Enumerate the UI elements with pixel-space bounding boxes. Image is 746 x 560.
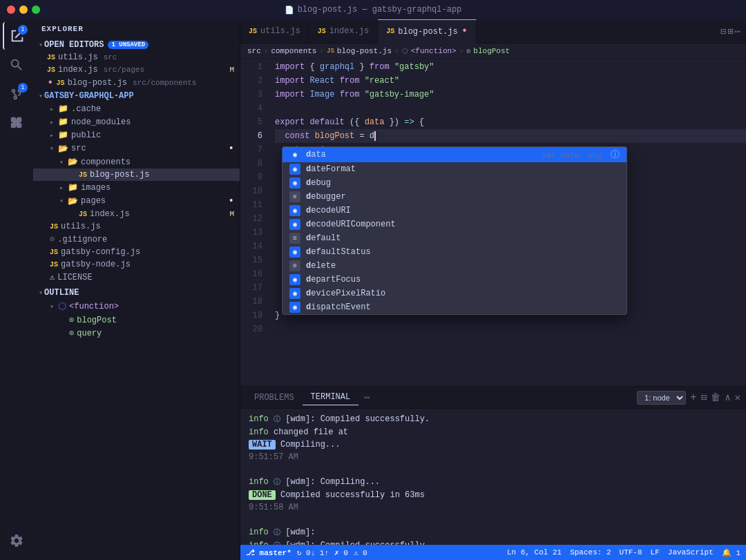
js-icon: JS xyxy=(50,261,58,269)
file-license[interactable]: ⚠ LICENSE xyxy=(33,271,240,284)
errors-status[interactable]: ✗ 0 xyxy=(334,548,348,557)
maximize-button[interactable] xyxy=(32,6,40,14)
open-editor-blog-post[interactable]: • JS blog-post.js src/components xyxy=(33,76,240,90)
chevron-down-icon: ▾ xyxy=(39,289,43,297)
outline-blogpost[interactable]: ⊙ blogPost xyxy=(33,313,240,327)
folder-icon: 📂 xyxy=(68,196,78,206)
ac-item-data[interactable]: ◉ data var data: any ⓘ xyxy=(283,147,627,162)
folder-icon: 📂 xyxy=(68,157,78,167)
chevron-right-icon: ▸ xyxy=(50,131,54,139)
ac-fn-icon: ◉ xyxy=(289,177,300,189)
folder-src[interactable]: ▾ 📂 src • xyxy=(33,142,240,155)
ac-fn-icon: ◉ xyxy=(289,164,300,175)
source-control-activity-icon[interactable]: 1 xyxy=(3,80,30,108)
language[interactable]: JavaScript xyxy=(668,548,714,557)
outline-section[interactable]: ▾ OUTLINE xyxy=(33,287,240,299)
ac-item-decodeuri[interactable]: ◉ decodeURI xyxy=(283,204,627,218)
collapse-icon[interactable]: ∧ xyxy=(725,392,730,403)
folder-components[interactable]: ▾ 📂 components xyxy=(33,155,240,168)
add-terminal-icon[interactable]: + xyxy=(690,392,697,404)
folder-node-modules[interactable]: ▸ 📁 node_modules xyxy=(33,115,240,128)
tab-utils-js[interactable]: JS utils.js xyxy=(240,19,309,44)
ac-item-departfocus[interactable]: ◉ departFocus xyxy=(283,273,627,287)
terminal-tab[interactable]: TERMINAL xyxy=(303,389,359,405)
chevron-down-icon: ▾ xyxy=(39,41,43,49)
terminal-line-2: info changed file at xyxy=(249,426,738,438)
open-editor-utils[interactable]: JS utils.js src xyxy=(33,51,240,64)
explorer-activity-icon[interactable]: 1 xyxy=(3,22,30,50)
split-editor-icon[interactable]: ⊟ xyxy=(720,26,726,37)
bc-file[interactable]: blog-post.js xyxy=(337,47,392,55)
js-file-icon: JS xyxy=(249,28,257,35)
problems-tab[interactable]: PROBLEMS xyxy=(246,390,303,405)
folder-images[interactable]: ▸ 📁 images xyxy=(33,181,240,194)
line-ending[interactable]: LF xyxy=(651,548,660,557)
ac-item-delete[interactable]: ≡ delete xyxy=(283,259,627,273)
modified-dot: • xyxy=(229,143,234,154)
ac-item-defaultstatus[interactable]: ◉ defaultStatus xyxy=(283,245,627,259)
notifications[interactable]: 🔔 1 xyxy=(722,548,740,557)
file-gatsby-config[interactable]: JS gatsby-config.js xyxy=(33,246,240,258)
ac-item-devicepixelratio[interactable]: ◉ devicePixelRatio xyxy=(283,287,627,300)
js-file-icon: JS xyxy=(318,28,326,35)
terminal-select[interactable]: 1: node xyxy=(637,391,686,405)
tab-blog-post-js[interactable]: JS blog-post.js • xyxy=(378,19,477,44)
file-index-js[interactable]: JS index.js M xyxy=(33,208,240,220)
chevron-down-icon: ▾ xyxy=(39,92,43,100)
open-editors-section[interactable]: ▾ OPEN EDITORS 1 UNSAVED xyxy=(33,39,240,51)
cursor-position[interactable]: Ln 6, Col 21 xyxy=(507,548,562,557)
code-line-5: export default ({ data }) => { xyxy=(275,115,746,129)
bc-blogpost[interactable]: blogPost xyxy=(473,47,510,55)
more-actions-icon[interactable]: ⋯ xyxy=(735,26,740,37)
breadcrumb: src › components › JS blog-post.js › ⬡ <… xyxy=(240,44,746,59)
file-gatsby-node[interactable]: JS gatsby-node.js xyxy=(33,258,240,271)
chevron-right-icon: ▸ xyxy=(59,184,64,192)
line-numbers: 12345 6 7891011 1213141516 17181920 xyxy=(240,59,268,386)
spaces[interactable]: Spaces: 2 xyxy=(570,548,611,557)
ac-item-dispatchevent[interactable]: ◉ dispatchEvent xyxy=(283,300,627,314)
folder-pages[interactable]: ▾ 📂 pages • xyxy=(33,194,240,208)
settings-activity-icon[interactable] xyxy=(3,527,30,554)
sync-status[interactable]: ↻ 0↓ 1↑ xyxy=(297,548,329,557)
bc-components[interactable]: components xyxy=(271,47,316,55)
chevron-down-icon: ▾ xyxy=(59,158,64,166)
file-utils-js[interactable]: JS utils.js xyxy=(33,220,240,233)
autocomplete-dropdown[interactable]: ◉ data var data: any ⓘ ◉ dateFormat ◉ de… xyxy=(282,146,627,315)
encoding[interactable]: UTF-8 xyxy=(620,548,642,557)
close-button[interactable] xyxy=(7,6,15,14)
terminal-tab-bar: PROBLEMS TERMINAL ⋯ 1: node + ⊟ 🗑 ∧ ✕ xyxy=(240,387,746,409)
folder-public[interactable]: ▸ 📁 public xyxy=(33,128,240,142)
project-section[interactable]: ▾ GATSBY-GRAPHQL-APP xyxy=(33,90,240,102)
layout-icon[interactable]: ⊞ xyxy=(727,26,733,37)
outline-query[interactable]: ⊙ query xyxy=(33,327,240,340)
minimize-button[interactable] xyxy=(19,6,28,14)
ac-item-dateformat[interactable]: ◉ dateFormat xyxy=(283,162,627,176)
close-terminal-icon[interactable]: ✕ xyxy=(735,392,740,403)
done-badge: DONE xyxy=(249,490,276,500)
traffic-lights xyxy=(7,6,40,14)
ac-item-debugger[interactable]: ≡ debugger xyxy=(283,190,627,204)
git-branch[interactable]: ⎇ master* xyxy=(246,548,291,557)
warnings-status[interactable]: ⚠ 0 xyxy=(354,548,367,557)
bc-src[interactable]: src xyxy=(247,47,261,55)
terminal-panel: PROBLEMS TERMINAL ⋯ 1: node + ⊟ 🗑 ∧ ✕ xyxy=(240,386,746,545)
code-editor[interactable]: 12345 6 7891011 1213141516 17181920 impo… xyxy=(240,59,746,386)
bc-sep: › xyxy=(319,47,324,55)
ac-item-default[interactable]: ≡ default xyxy=(283,231,627,245)
tab-index-js[interactable]: JS index.js xyxy=(309,19,379,44)
split-terminal-icon[interactable]: ⊟ xyxy=(701,392,707,403)
ac-item-debug[interactable]: ◉ debug xyxy=(283,176,627,190)
file-blog-post-js[interactable]: JS blog-post.js xyxy=(33,168,240,181)
search-activity-icon[interactable] xyxy=(3,51,30,79)
file-icon: 📄 xyxy=(285,6,294,15)
bc-function[interactable]: <function> xyxy=(411,47,457,55)
ac-kw-icon: ≡ xyxy=(289,191,300,202)
trash-icon[interactable]: 🗑 xyxy=(711,392,720,403)
ac-item-decodeuricomponent[interactable]: ◉ decodeURIComponent xyxy=(283,218,627,231)
open-editor-index[interactable]: JS index.js src/pages M xyxy=(33,64,240,76)
file-gitignore[interactable]: ⊙ .gitignore xyxy=(33,233,240,246)
folder-cache[interactable]: ▸ 📁 .cache xyxy=(33,102,240,115)
terminal-more-icon[interactable]: ⋯ xyxy=(358,392,375,403)
outline-function[interactable]: ▾ ⬡ <function> xyxy=(33,299,240,313)
extensions-activity-icon[interactable] xyxy=(3,109,30,137)
